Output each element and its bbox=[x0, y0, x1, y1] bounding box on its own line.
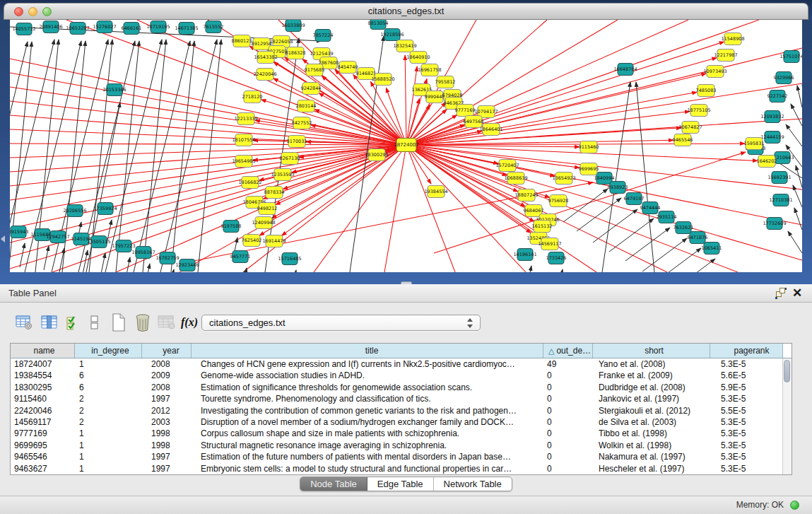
function-builder-icon: f(x) bbox=[181, 316, 198, 329]
column-select-icon bbox=[41, 315, 58, 330]
table-cell: Estimation of the future numbers of pati… bbox=[192, 451, 543, 462]
table-cell: Nakamura et al. (1997) bbox=[593, 451, 710, 462]
table-cell: 2008 bbox=[142, 358, 192, 370]
svg-text:9465546: 9465546 bbox=[673, 137, 693, 143]
svg-text:1615132: 1615132 bbox=[532, 223, 553, 229]
table-cell: Investigating the contribution of common… bbox=[192, 405, 543, 416]
table-row[interactable]: 1938455462009Genome-wide association stu… bbox=[11, 370, 792, 381]
tab-network-table[interactable]: Network Table bbox=[434, 477, 512, 491]
rows-icon bbox=[89, 314, 100, 331]
table-cell: 5.3E-5 bbox=[710, 428, 783, 439]
table-cell: 1 bbox=[75, 428, 142, 439]
memory-status-indicator[interactable] bbox=[790, 501, 799, 510]
svg-text:18724007: 18724007 bbox=[394, 142, 419, 148]
svg-text:18775105: 18775105 bbox=[687, 107, 710, 113]
scrollbar-thumb[interactable] bbox=[784, 360, 790, 382]
checklist-button[interactable] bbox=[64, 313, 83, 332]
svg-text:11548908: 11548908 bbox=[721, 36, 744, 42]
svg-text:18226058: 18226058 bbox=[269, 39, 293, 45]
svg-text:12710381: 12710381 bbox=[769, 197, 792, 203]
table-cell: 0 bbox=[543, 393, 593, 404]
svg-text:12444159: 12444159 bbox=[760, 134, 784, 140]
svg-text:8427552: 8427552 bbox=[292, 120, 312, 126]
column-header-short[interactable]: short bbox=[593, 344, 710, 358]
new-document-button[interactable] bbox=[109, 313, 129, 332]
svg-text:12353593: 12353593 bbox=[271, 172, 294, 177]
table-cell: Corpus callosum shape and size in male p… bbox=[192, 428, 543, 439]
delete-table-button[interactable] bbox=[157, 313, 177, 332]
svg-text:13505135: 13505135 bbox=[87, 239, 110, 245]
svg-text:7632621: 7632621 bbox=[673, 225, 694, 230]
svg-text:1065411: 1065411 bbox=[702, 245, 722, 251]
table-cell: 2 bbox=[75, 393, 142, 404]
vertical-scrollbar[interactable] bbox=[782, 358, 792, 474]
table-tab-bar: Node Table Edge Table Network Table bbox=[0, 477, 812, 491]
table-row[interactable]: 969969511998Structural magnetic resonanc… bbox=[11, 440, 792, 451]
table-cell: 2003 bbox=[142, 416, 192, 428]
svg-text:1595831: 1595831 bbox=[744, 141, 765, 146]
network-window-frame: citations_edges.txt 14055712208914061065… bbox=[0, 0, 812, 284]
svg-text:8938923: 8938923 bbox=[608, 185, 628, 190]
table-row[interactable]: 1830029562008Estimation of significance … bbox=[11, 382, 792, 393]
citation-network-graph[interactable]: 1405571220891406106532871527602764661611… bbox=[10, 20, 802, 272]
svg-text:18807249: 18807249 bbox=[514, 192, 538, 198]
svg-text:15692391: 15692391 bbox=[767, 175, 791, 180]
column-header-title[interactable]: title bbox=[192, 344, 543, 358]
svg-text:9474444: 9474444 bbox=[640, 205, 661, 211]
tab-edge-table[interactable]: Edge Table bbox=[367, 477, 434, 491]
svg-text:9227342: 9227342 bbox=[767, 93, 788, 99]
sidebar-collapse-arrow-icon[interactable] bbox=[1, 235, 5, 243]
table-cell: 9465546 bbox=[11, 451, 75, 462]
svg-text:10973493: 10973493 bbox=[703, 69, 726, 74]
table-row[interactable]: 1456911722003Disruption of a novel membe… bbox=[11, 416, 792, 428]
table-cell: Estimation of significance thresholds fo… bbox=[192, 382, 543, 393]
column-header-pagerank[interactable]: pagerank bbox=[710, 344, 783, 358]
rows-button[interactable] bbox=[85, 313, 105, 332]
svg-text:19218596: 19218596 bbox=[380, 32, 404, 37]
svg-text:18107556: 18107556 bbox=[232, 137, 255, 143]
float-panel-icon[interactable] bbox=[775, 288, 787, 299]
table-cell: 19384554 bbox=[11, 370, 75, 381]
column-header-name[interactable]: name bbox=[11, 344, 75, 358]
svg-text:7955812: 7955812 bbox=[435, 79, 456, 85]
table-gear-button[interactable] bbox=[14, 313, 34, 332]
column-select-button[interactable] bbox=[40, 313, 59, 332]
table-selector-value: citations_edges.txt bbox=[209, 317, 286, 328]
table-row[interactable]: 946362711997Embryonic stem cells: a mode… bbox=[11, 463, 792, 474]
svg-text:1733426: 1733426 bbox=[546, 255, 567, 261]
column-header-indegree[interactable]: in_degree bbox=[75, 344, 142, 358]
function-builder-button[interactable]: f(x) bbox=[180, 313, 199, 332]
table-cell: 0 bbox=[543, 382, 593, 393]
tab-node-table[interactable]: Node Table bbox=[300, 477, 367, 491]
table-row[interactable]: 2242004622012Investigating the contribut… bbox=[11, 405, 792, 416]
table-cell: 18724007 bbox=[11, 358, 75, 370]
table-cell: 0 bbox=[543, 428, 593, 439]
network-window-titlebar[interactable]: citations_edges.txt bbox=[4, 3, 808, 20]
svg-text:10719195: 10719195 bbox=[146, 24, 170, 30]
svg-text:18300295: 18300295 bbox=[365, 152, 388, 158]
column-header-year[interactable]: year bbox=[142, 344, 192, 358]
table-selector-dropdown[interactable]: citations_edges.txt bbox=[201, 315, 481, 331]
table-row[interactable]: 977716911998Corpus callosum shape and si… bbox=[11, 428, 792, 439]
close-panel-icon[interactable]: ✕ bbox=[791, 286, 804, 300]
table-cell: 5.3E-5 bbox=[710, 463, 783, 474]
table-cell: Tibbo et al. (1998) bbox=[593, 428, 710, 439]
table-cell: 1997 bbox=[142, 451, 192, 462]
svg-text:18640910: 18640910 bbox=[406, 54, 430, 60]
table-row[interactable]: 911546021997Tourette syndrome. Phenomeno… bbox=[11, 393, 792, 404]
table-cell: Disruption of a novel member of a sodium… bbox=[192, 416, 543, 428]
table-row[interactable]: 1872400712008Changes of HCN gene express… bbox=[11, 358, 792, 370]
table-cell: 0 bbox=[543, 370, 593, 381]
table-cell: 5.5E-5 bbox=[710, 405, 783, 416]
svg-text:6497568: 6497568 bbox=[464, 119, 484, 124]
svg-text:22420046: 22420046 bbox=[253, 71, 276, 77]
table-cell: Tourette syndrome. Phenomenology and cla… bbox=[192, 393, 543, 404]
svg-text:9699695: 9699695 bbox=[579, 166, 599, 172]
network-view[interactable]: 1405571220891406106532871527602764661611… bbox=[10, 20, 802, 272]
svg-text:17957223: 17957223 bbox=[112, 243, 135, 249]
node-table: namein_degreeyeartitle△out_de…shortpager… bbox=[10, 343, 792, 475]
delete-trash-button[interactable] bbox=[133, 313, 153, 332]
svg-text:6479197: 6479197 bbox=[624, 196, 645, 201]
table-row[interactable]: 946554611997Estimation of the future num… bbox=[11, 451, 792, 462]
column-header-outde[interactable]: △out_de… bbox=[543, 344, 593, 358]
